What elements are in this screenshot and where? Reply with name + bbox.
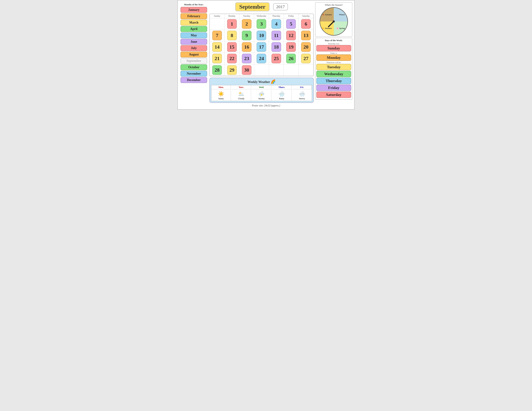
cal-cell-28: 28 xyxy=(210,64,225,76)
month-item-november: November xyxy=(180,71,207,77)
calendar-header: September 2017 xyxy=(209,2,314,11)
cal-cell-empty xyxy=(299,64,313,76)
cal-cell-empty xyxy=(210,18,225,30)
weather-header-tues: Tues. xyxy=(232,85,251,89)
cal-num-15: 15 xyxy=(227,42,237,52)
cal-num-4: 4 xyxy=(272,19,281,29)
cal-cell-12: 12 xyxy=(284,30,298,41)
weather-header-thurs: Thurs. xyxy=(272,85,292,89)
month-item-february: February xyxy=(180,13,207,19)
winter-label: ❄️ Winter xyxy=(336,13,345,16)
weather-label-stormy: Stormy xyxy=(258,97,265,100)
calendar-month: September xyxy=(235,2,270,11)
cal-cell-22: 22 xyxy=(225,53,239,64)
day-header-saturday: Saturday xyxy=(299,14,313,18)
day-monday: Monday xyxy=(316,55,351,61)
day-header-friday: Friday xyxy=(284,14,298,18)
month-item-january: January xyxy=(180,7,207,13)
days-section: Days of the Week: Yesterday was: Sunday … xyxy=(315,38,352,100)
day-wednesday: Wednesday xyxy=(316,71,351,77)
cal-cell-24: 24 xyxy=(254,53,269,64)
month-item-june: June xyxy=(180,39,207,45)
day-friday: Friday xyxy=(316,84,351,91)
cal-num-20: 20 xyxy=(301,42,311,52)
cal-num-1: 1 xyxy=(227,19,237,29)
cal-num-10: 10 xyxy=(256,31,266,40)
weather-header-fri: Fri. xyxy=(292,85,312,89)
cal-num-26: 26 xyxy=(286,54,296,63)
season-title: What's the Season? xyxy=(316,4,351,6)
calendar-grid: SundayMondayTuesdayWednesdayThursdayFrid… xyxy=(209,14,314,76)
month-item-july: July xyxy=(180,45,207,51)
cal-cell-11: 11 xyxy=(269,30,284,41)
season-center-dot xyxy=(333,20,335,22)
cal-num-24: 24 xyxy=(256,54,266,63)
weather-label-rainy: Rainy xyxy=(279,97,284,100)
cal-num-18: 18 xyxy=(272,42,281,52)
cal-cell-empty xyxy=(254,64,269,76)
cal-num-7: 7 xyxy=(212,31,222,40)
right-sidebar: What's the Season? 🍂 Autumn ❄️ Winter ☀️… xyxy=(315,2,352,103)
season-autumn: 🍂 Autumn xyxy=(320,8,334,21)
calendar-area: September 2017 SundayMondayTuesdayWednes… xyxy=(209,2,314,103)
cal-num-9: 9 xyxy=(242,31,251,40)
cal-num-6: 6 xyxy=(301,19,311,29)
cal-num-12: 12 xyxy=(286,31,296,40)
cal-cell-29: 29 xyxy=(225,64,239,76)
cal-num-30: 30 xyxy=(242,65,251,75)
cal-num-25: 25 xyxy=(272,54,281,63)
cal-cell-empty xyxy=(284,64,298,76)
months-sidebar: Months of the Year: JanuaryFebruaryMarch… xyxy=(180,2,208,103)
cal-cell-19: 19 xyxy=(284,41,298,53)
weather-cell-snowy: 🌨️Snowy xyxy=(292,90,312,101)
cal-cell-9: 9 xyxy=(239,30,254,41)
cal-cell-17: 17 xyxy=(254,41,269,53)
cal-cell-26: 26 xyxy=(284,53,298,64)
autumn-label: 🍂 Autumn xyxy=(322,13,332,16)
season-wheel: 🍂 Autumn ❄️ Winter ☀️ Summer 🌸 Spring xyxy=(320,7,348,36)
cal-num-28: 28 xyxy=(212,65,222,75)
cal-cell-13: 13 xyxy=(299,30,313,41)
cal-num-21: 21 xyxy=(212,54,222,63)
weather-header-mon: Mon. xyxy=(211,85,231,89)
rainy-icon: 🌧️ xyxy=(279,91,285,97)
cal-cell-2: 2 xyxy=(239,18,254,30)
weather-label-cloudy: Cloudy xyxy=(238,97,244,100)
months-title: Months of the Year: xyxy=(180,3,207,6)
cal-cell-10: 10 xyxy=(254,30,269,41)
days-title: Days of the Week: xyxy=(316,39,351,42)
cal-cell-16: 16 xyxy=(239,41,254,53)
stormy-icon: ⛈️ xyxy=(258,91,265,97)
cal-cell-30: 30 xyxy=(239,64,254,76)
tomorrow-label: Tomorrow will be: xyxy=(316,61,351,64)
month-item-december: December xyxy=(180,77,207,83)
cal-cell-empty xyxy=(269,64,284,76)
days-header-row: SundayMondayTuesdayWednesdayThursdayFrid… xyxy=(210,14,313,18)
poster-footer: Poster size: 24x32 (approx.) xyxy=(180,103,352,107)
month-item-april: April xyxy=(180,26,207,32)
season-spring: 🌸 Spring xyxy=(334,21,347,35)
cal-num-23: 23 xyxy=(242,54,251,63)
day-thursday: Thursday xyxy=(316,78,351,84)
cal-cell-15: 15 xyxy=(225,41,239,53)
cal-num-17: 17 xyxy=(256,42,266,52)
cal-num-16: 16 xyxy=(242,42,251,52)
month-item-may: May xyxy=(180,32,207,38)
yesterday-label: Yesterday was: xyxy=(316,43,351,45)
weather-section: Weekly Weather 🌈 Mon.Tues.Wed.Thurs.Fri.… xyxy=(209,78,314,103)
cal-num-3: 3 xyxy=(256,19,266,29)
cal-cell-4: 4 xyxy=(269,18,284,30)
month-item-october: October xyxy=(180,64,207,70)
calendar-cells: 1234567891011121314151617181920212223242… xyxy=(210,18,313,76)
cal-num-13: 13 xyxy=(301,31,311,40)
cal-cell-21: 21 xyxy=(210,53,225,64)
cal-cell-14: 14 xyxy=(210,41,225,53)
cal-num-2: 2 xyxy=(242,19,251,29)
sunny-icon: ☀️ xyxy=(218,91,224,97)
cal-num-27: 27 xyxy=(301,54,311,63)
cal-cell-18: 18 xyxy=(269,41,284,53)
weather-cell-sunny: ☀️Sunny xyxy=(211,90,231,101)
today-label: Today is: xyxy=(316,52,351,54)
cal-num-14: 14 xyxy=(212,42,222,52)
weather-header-wed: Wed. xyxy=(252,85,271,89)
